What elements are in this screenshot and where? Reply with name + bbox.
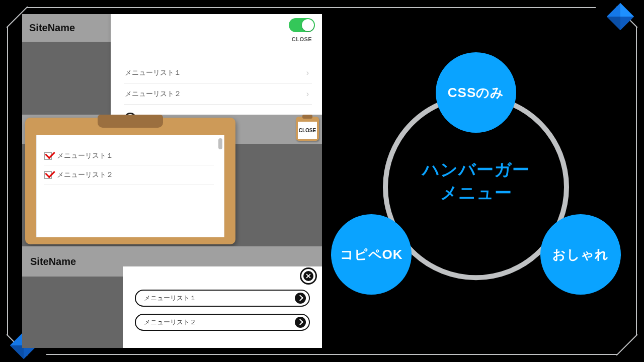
site-name: SiteName bbox=[30, 256, 76, 267]
feature-bubble: CSSのみ bbox=[436, 52, 516, 133]
bubble-label: コピペOK bbox=[340, 246, 403, 263]
diamond-icon bbox=[606, 2, 635, 31]
menu-item-label: メニューリスト１ bbox=[57, 151, 113, 160]
backdrop bbox=[22, 277, 123, 348]
chevron-right-icon: › bbox=[306, 89, 309, 99]
bubble-label: おしゃれ bbox=[552, 246, 609, 263]
arrow-right-icon bbox=[295, 317, 306, 328]
menu-item[interactable]: メニューリスト２ bbox=[135, 314, 310, 331]
site-name: SiteName bbox=[29, 22, 75, 34]
close-button[interactable]: CLOSE bbox=[296, 117, 319, 141]
example-pill-menu: SiteName メニューリスト１ メニューリスト２ bbox=[22, 246, 322, 348]
menu-item[interactable]: メニューリスト１ bbox=[135, 290, 310, 307]
menu-item-label: メニューリスト２ bbox=[57, 170, 113, 179]
menu-item[interactable]: メニューリスト２ › bbox=[124, 83, 312, 105]
arrow-right-icon bbox=[295, 293, 306, 304]
chevron-right-icon: › bbox=[306, 68, 309, 77]
feature-bubble: おしゃれ bbox=[540, 214, 621, 295]
svg-marker-8 bbox=[620, 17, 634, 30]
menu-sheet: CLOSE メニューリスト１ › メニューリスト２ › bbox=[111, 14, 322, 115]
svg-marker-7 bbox=[607, 17, 620, 30]
scrollbar[interactable] bbox=[218, 138, 222, 149]
menu-item-label: メニューリスト２ bbox=[144, 318, 196, 327]
svg-marker-12 bbox=[10, 345, 24, 359]
svg-marker-11 bbox=[10, 332, 24, 345]
examples-column: SiteName CLOSE メニューリスト１ › メニューリスト２ › bbox=[22, 14, 322, 348]
check-icon bbox=[44, 152, 52, 160]
menu-item[interactable]: メニューリスト１ bbox=[44, 146, 214, 165]
close-label: CLOSE bbox=[298, 122, 317, 139]
svg-marker-6 bbox=[607, 3, 620, 17]
feature-bubble: コピペOK bbox=[331, 214, 412, 295]
close-toggle[interactable] bbox=[289, 18, 315, 32]
bubble-label: CSSのみ bbox=[448, 84, 504, 102]
menu-item-label: メニューリスト２ bbox=[125, 89, 181, 99]
close-label: CLOSE bbox=[289, 36, 315, 42]
menu-item-label: メニューリスト１ bbox=[125, 68, 181, 77]
close-button[interactable] bbox=[300, 267, 317, 285]
example-clipboard-menu: CLOSE メニューリスト１ メニューリスト２ bbox=[22, 115, 322, 246]
clipboard: メニューリスト１ メニューリスト２ bbox=[25, 118, 235, 244]
example-toggle-menu: SiteName CLOSE メニューリスト１ › メニューリスト２ › bbox=[22, 14, 322, 115]
svg-marker-5 bbox=[620, 3, 634, 17]
diagram-title: ハンバーガー メニュー bbox=[422, 158, 530, 205]
backdrop bbox=[22, 42, 111, 115]
feature-diagram: ハンバーガー メニュー CSSのみ コピペOK おしゃれ bbox=[335, 35, 617, 317]
check-icon bbox=[44, 171, 52, 179]
close-icon bbox=[303, 271, 313, 281]
svg-line-3 bbox=[616, 334, 637, 355]
menu-item[interactable]: メニューリスト２ bbox=[44, 165, 214, 185]
menu-sheet: メニューリスト１ メニューリスト２ bbox=[123, 266, 322, 348]
menu-item[interactable]: メニューリスト１ › bbox=[124, 62, 312, 83]
menu-item-label: メニューリスト１ bbox=[144, 294, 196, 303]
